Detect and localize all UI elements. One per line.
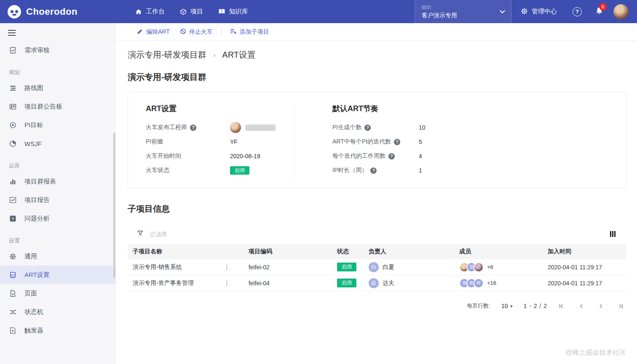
filter-funnel-icon (137, 230, 144, 238)
sidebar-item-issue-analysis[interactable]: ? 问题分析 (0, 209, 116, 228)
nav-projects[interactable]: 项目 (172, 0, 211, 23)
sidebar-item-label: 项目报告 (24, 196, 50, 204)
target-icon (9, 122, 16, 129)
member-overflow-count[interactable]: +16 (487, 280, 496, 286)
help-icon[interactable]: ? (364, 125, 371, 131)
field-iterations-per-pi: ART中每个PI的迭代数? 5 (332, 135, 626, 149)
sidebar-item-label: 状态机 (24, 308, 43, 316)
nav-label: 项目 (190, 8, 203, 16)
column-settings-icon[interactable] (608, 229, 617, 239)
bus-icon (9, 271, 16, 279)
trigger-icon (9, 327, 16, 334)
question-box-icon: ? (9, 215, 16, 222)
add-subproject-label: 添加子项目 (240, 28, 269, 36)
sidebar-item-art-settings[interactable]: ART设置 (0, 266, 116, 284)
sidebar-item-project-report[interactable]: 项目报告 (0, 191, 116, 209)
help-icon[interactable]: ? (388, 153, 395, 159)
notification-badge: 6 (599, 3, 607, 11)
edit-art-button[interactable]: 编辑ART (132, 28, 175, 36)
svg-text:?: ? (11, 216, 14, 221)
owner-name: 白夏 (383, 263, 394, 271)
nav-workbench[interactable]: 工作台 (128, 0, 172, 23)
row-actions-icon[interactable]: ⋮ (222, 279, 232, 287)
sidebar-item-state-machine[interactable]: 状态机 (0, 303, 116, 321)
stop-train-button[interactable]: 停止火车 (175, 28, 218, 36)
org-switcher[interactable]: 组织 客户演示专用 (415, 0, 511, 23)
nav-label: 知识库 (229, 8, 248, 16)
page-title: 演示专用-研发项目群 (128, 72, 626, 83)
sidebar-item-roadmap[interactable]: 路线图 (0, 79, 116, 97)
owner-avatar: 达 (369, 278, 379, 288)
sidebar-item-label: 需求审核 (24, 46, 50, 54)
dropdown-arrow-icon: ▾ (511, 304, 513, 308)
user-avatar[interactable] (613, 4, 629, 19)
sidebar-item-general[interactable]: 通用 (0, 247, 116, 266)
brand-home-link[interactable]: Choerodon (0, 0, 116, 23)
pie-icon (9, 140, 16, 147)
column-header: 子项目名称 (128, 248, 244, 255)
subproject-code: feifei-02 (244, 264, 332, 271)
sidebar-item-label: WSJF (24, 140, 42, 147)
last-page-button[interactable] (618, 303, 624, 309)
status-badge: 启用 (230, 166, 249, 175)
cube-icon (180, 8, 187, 15)
breadcrumb-current: ART设置 (222, 49, 256, 61)
field-label: IP时长（周） (332, 167, 367, 174)
watermark: @稀土掘金技术社区 (565, 348, 626, 357)
stop-train-label: 停止火车 (189, 28, 213, 36)
next-page-button[interactable] (598, 303, 604, 309)
sidebar-item-pi-objectives[interactable]: PI目标 (0, 116, 116, 134)
home-icon (135, 8, 142, 15)
sidebar-item-label: PI目标 (24, 121, 43, 129)
member-overflow-count[interactable]: +6 (487, 264, 493, 270)
subproject-name: 演示专用-销售系统 (133, 263, 182, 271)
menu-toggle-button[interactable] (8, 30, 16, 36)
field-ip-duration: IP时长（周）? 1 (332, 163, 626, 178)
sidebar-item-label: 项目群公告板 (24, 103, 62, 111)
sidebar-group-operations: 运营 (9, 162, 116, 170)
sidebar-item-trigger[interactable]: 触发器 (0, 321, 116, 340)
add-subproject-button[interactable]: 添加子项目 (225, 28, 274, 36)
table-header-row: 子项目名称 项目编码 状态 负责人 成员 加入时间 (128, 244, 626, 259)
breadcrumb-parent[interactable]: 演示专用-研发项目群 (128, 49, 206, 61)
field-pi-count: PI生成个数? 10 (332, 120, 626, 135)
table-filter-bar (128, 224, 626, 244)
notifications-button[interactable]: 6 (588, 0, 610, 23)
sidebar-item-wsjf[interactable]: WSJF (0, 134, 116, 153)
field-label: PI前缀 (146, 138, 163, 146)
sidebar-item-label: 触发器 (24, 327, 43, 335)
subprojects-title: 子项目信息 (128, 203, 626, 215)
subproject-name: 演示专用-资产事务管理 (133, 279, 194, 287)
page-size-select[interactable]: 10 ▾ (501, 303, 513, 309)
column-header: 成员 (454, 248, 543, 255)
row-actions-icon[interactable]: ⋮ (222, 263, 232, 271)
sidebar-item-program-board[interactable]: 项目群公告板 (0, 97, 116, 116)
field-label: 火车发布工程师 (146, 124, 187, 131)
member-avatar (474, 262, 484, 272)
breadcrumb-separator-icon: › (213, 51, 216, 59)
choerodon-logo-icon (8, 5, 21, 19)
sidebar-item-pages[interactable]: 页面 (0, 284, 116, 303)
sidebar-item-demand-review[interactable]: 需求审核 (0, 41, 116, 59)
topbar-right-cluster: 组织 客户演示专用 管理中心 ? 6 (415, 0, 637, 23)
sidebar-item-label: 通用 (24, 252, 37, 260)
owner-avatar: 白 (369, 262, 379, 272)
page-range: 1 - 2 / 2 (524, 303, 547, 309)
help-icon[interactable]: ? (394, 139, 400, 145)
admin-center-button[interactable]: 管理中心 (511, 0, 566, 23)
first-page-button[interactable] (558, 303, 565, 309)
field-release-engineer: 火车发布工程师? (146, 120, 294, 135)
field-label: 每个迭代的工作周数 (332, 152, 385, 160)
top-nav: 工作台 项目 知识库 (128, 0, 256, 23)
breadcrumb: 演示专用-研发项目群 › ART设置 (128, 49, 626, 61)
sidebar-scrollbar[interactable] (113, 133, 115, 278)
sidebar-item-program-reports[interactable]: 项目群报表 (0, 172, 116, 191)
action-toolbar: 编辑ART 停止火车 添加子项目 (116, 23, 637, 41)
help-icon[interactable]: ? (370, 167, 377, 174)
help-button[interactable]: ? (566, 0, 588, 23)
previous-page-button[interactable] (578, 303, 584, 309)
field-label: 火车状态 (146, 167, 169, 174)
help-icon[interactable]: ? (190, 125, 196, 131)
table-filter-input[interactable] (150, 231, 284, 237)
nav-knowledge[interactable]: 知识库 (211, 0, 256, 23)
